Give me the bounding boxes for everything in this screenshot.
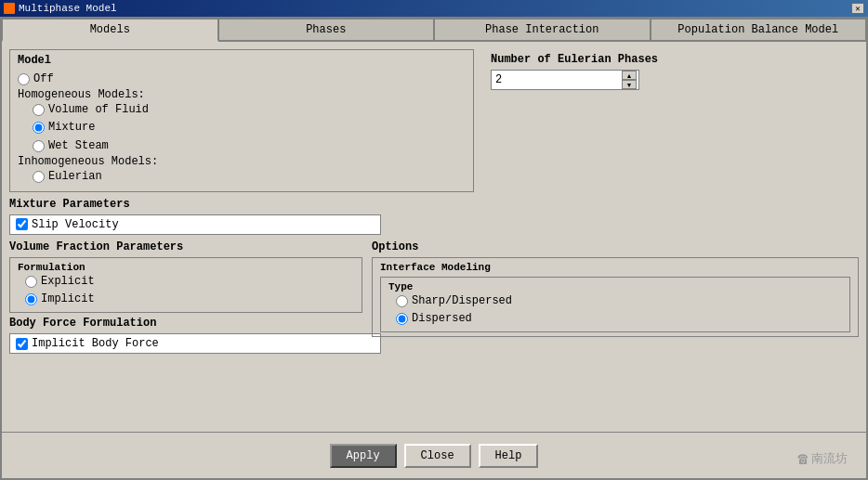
radio-dispersed-input[interactable] [396, 313, 408, 325]
radio-implicit[interactable]: Implicit [25, 291, 354, 308]
radio-eulerian-label: Eulerian [48, 168, 102, 186]
radio-implicit-input[interactable] [25, 293, 37, 305]
close-button[interactable]: Close [404, 444, 471, 468]
volume-fraction-label: Volume Fraction Parameters [9, 240, 362, 253]
implicit-body-force-label: Implicit Body Force [32, 337, 159, 350]
tab-population-balance[interactable]: Population Balance Model [651, 19, 867, 40]
formulation-group: Formulation Explicit Implicit [9, 257, 362, 313]
watermark-text: 南流坊 [811, 450, 848, 467]
radio-dispersed[interactable]: Dispersed [396, 310, 842, 328]
radio-explicit-label: Explicit [41, 273, 95, 291]
top-section: Model Off Homogeneous Models: Volume of … [9, 49, 859, 192]
radio-eulerian[interactable]: Eulerian [33, 168, 466, 186]
interface-modeling-label: Interface Modeling [380, 262, 850, 273]
interface-modeling-group: Interface Modeling Type Sharp/Dispersed … [372, 257, 859, 337]
radio-wet-steam-label: Wet Steam [48, 137, 109, 155]
slip-velocity-label: Slip Velocity [32, 218, 119, 231]
mixture-params-section: Mixture Parameters Slip Velocity [9, 198, 859, 235]
slip-velocity-checkbox[interactable] [16, 218, 28, 230]
radio-sharp-dispersed[interactable]: Sharp/Dispersed [396, 292, 842, 310]
formulation-label: Formulation [18, 262, 354, 273]
radio-off-label: Off [33, 71, 54, 88]
radio-explicit-input[interactable] [25, 276, 37, 288]
content-area: Model Off Homogeneous Models: Volume of … [2, 42, 866, 432]
options-label: Options [372, 240, 859, 253]
radio-sharp-dispersed-input[interactable] [396, 295, 408, 307]
slip-velocity-field: Slip Velocity [9, 214, 381, 235]
radio-off[interactable]: Off [18, 71, 466, 88]
implicit-body-force-field: Implicit Body Force [9, 333, 381, 354]
radio-implicit-label: Implicit [41, 291, 95, 308]
tab-models[interactable]: Models [2, 19, 218, 42]
radio-vof[interactable]: Volume of Fluid [33, 101, 466, 119]
radio-sharp-dispersed-label: Sharp/Dispersed [412, 292, 512, 310]
radio-off-input[interactable] [18, 73, 30, 85]
implicit-body-force-checkbox[interactable] [16, 338, 28, 350]
tab-phases[interactable]: Phases [218, 19, 435, 40]
eulerian-phases-label: Number of Eulerian Phases [491, 53, 851, 66]
radio-mixture-label: Mixture [48, 119, 95, 136]
app-icon [4, 3, 15, 14]
radio-eulerian-input[interactable] [33, 171, 45, 183]
spinner-buttons: ▲ ▼ [622, 71, 637, 89]
model-group: Model Off Homogeneous Models: Volume of … [9, 49, 474, 192]
model-label: Model [18, 54, 466, 67]
close-window-button[interactable]: ✕ [851, 3, 864, 14]
eulerian-phases-input[interactable] [492, 71, 622, 89]
spinner-down-button[interactable]: ▼ [622, 80, 637, 89]
body-force-label: Body Force Formulation [9, 317, 362, 330]
titlebar: Multiphase Model ✕ [0, 0, 868, 17]
body-force-section: Body Force Formulation Implicit Body For… [9, 317, 362, 354]
options-section: Options Interface Modeling Type Sharp/Di… [372, 240, 859, 424]
bottom-split: Volume Fraction Parameters Formulation E… [9, 240, 859, 424]
apply-button[interactable]: Apply [330, 444, 397, 468]
radio-vof-label: Volume of Fluid [48, 101, 149, 119]
radio-mixture-input[interactable] [33, 122, 45, 134]
radio-mixture[interactable]: Mixture [33, 119, 466, 136]
homogeneous-header: Homogeneous Models: [18, 88, 466, 101]
action-bar: Apply Close Help ☎ 南流坊 [2, 432, 866, 478]
window-title: Multiphase Model [19, 3, 117, 14]
watermark: ☎ 南流坊 [797, 448, 848, 469]
eulerian-phases-section: Number of Eulerian Phases ▲ ▼ [483, 49, 859, 192]
help-button[interactable]: Help [479, 444, 539, 468]
mixture-params-label: Mixture Parameters [9, 198, 859, 211]
radio-dispersed-label: Dispersed [412, 310, 472, 328]
tab-bar: Models Phases Phase Interaction Populati… [2, 19, 866, 42]
radio-explicit[interactable]: Explicit [25, 273, 354, 291]
main-window: Models Phases Phase Interaction Populati… [0, 17, 868, 480]
tab-phase-interaction[interactable]: Phase Interaction [434, 19, 651, 40]
watermark-icon: ☎ [797, 448, 808, 469]
type-label: Type [388, 281, 842, 292]
radio-wet-steam-input[interactable] [33, 140, 45, 152]
eulerian-phases-spinner[interactable]: ▲ ▼ [491, 70, 639, 90]
volume-fraction-section: Volume Fraction Parameters Formulation E… [9, 240, 362, 424]
spinner-up-button[interactable]: ▲ [622, 71, 637, 80]
radio-vof-input[interactable] [33, 104, 45, 116]
inhomogeneous-header: Inhomogeneous Models: [18, 155, 466, 168]
type-group: Type Sharp/Dispersed Dispersed [380, 277, 850, 332]
radio-wet-steam[interactable]: Wet Steam [33, 137, 466, 155]
